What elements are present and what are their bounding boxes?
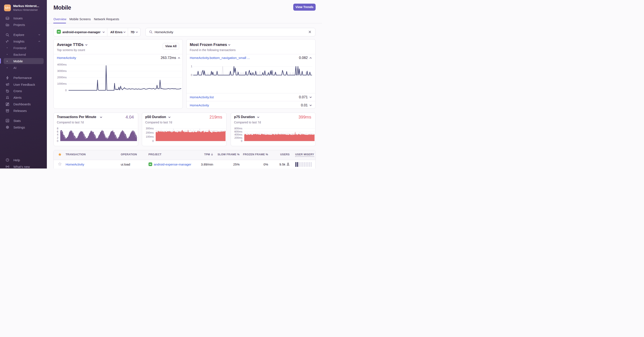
svg-text:?: ? xyxy=(7,159,8,161)
